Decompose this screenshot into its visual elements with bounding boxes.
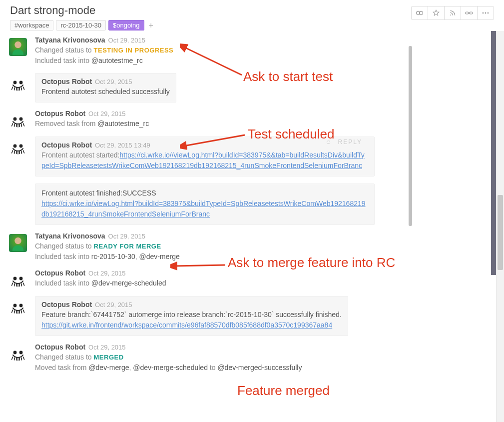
activity-line: https://git.wrke.in/frontend/workspace/c… [41,320,342,330]
activity-line: Included task into @autotestme_rc [35,56,400,66]
page-scrollbar[interactable] [496,0,504,422]
activity-entry: Octopus RobotOct 29, 2015Changed status … [0,341,412,378]
comment-box: Octopus RobotOct 29, 2015 13:49Frontent … [35,136,375,176]
bot-avatar[interactable] [9,345,27,363]
bot-avatar[interactable] [9,271,27,289]
activity-line: Removed task from @autotestme_rc [35,118,400,129]
activity-line: Changed status to READY FOR MERGE [35,241,400,252]
entry-body: Octopus RobotOct 29, 2015Included task i… [35,269,412,289]
activity-link[interactable]: https://git.wrke.in/frontend/workspace/c… [41,321,332,329]
author-row: Octopus RobotOct 29, 2015 [41,300,342,308]
bot-avatar[interactable] [9,112,27,130]
panel-edge [491,0,496,275]
entry-date: Oct 29, 2015 [88,110,125,118]
activity-stream: Tatyana KrivonosovaOct 29, 2015Changed s… [0,31,412,422]
svg-point-12 [13,118,17,121]
svg-point-6 [483,12,484,14]
add-tag-button[interactable]: + [147,21,155,30]
svg-point-2 [450,14,451,16]
comment-box: Octopus RobotOct 29, 2015Frontend autote… [35,73,176,102]
activity-line: Frontent autotest finished:SUCCESS [41,188,368,198]
comment-box: Octopus RobotOct 29, 2015Feature branch:… [35,296,348,336]
author-row: Octopus RobotOct 29, 2015 [35,110,400,118]
dependencies-icon[interactable] [411,6,428,20]
scrollbar-thumb[interactable] [498,195,503,270]
panel-scrollbar[interactable] [409,31,413,421]
svg-point-21 [13,351,17,354]
author-name[interactable]: Octopus Robot [41,300,92,308]
activity-entry: Octopus RobotOct 29, 2015Included task i… [0,267,412,294]
activity-entry: Tatyana KrivonosovaOct 29, 2015Changed s… [0,230,412,267]
author-name[interactable]: Tatyana Krivonosova [35,36,105,44]
entry-date: Oct 29, 2015 [108,232,145,240]
entry-date: Oct 29, 2015 13:49 [95,142,150,149]
svg-point-15 [19,144,23,148]
activity-entry: ☺ REPLYOctopus RobotOct 29, 2015 13:49Fr… [0,134,412,230]
author-name[interactable]: Octopus Robot [35,110,85,118]
entry-date: Oct 29, 2015 [95,301,132,308]
tag-rc[interactable]: rc-2015-10-30 [56,20,106,30]
svg-point-7 [485,12,487,14]
svg-point-11 [19,81,23,84]
activity-line: Frontend autotest scheduled successfully [41,86,170,97]
bot-avatar[interactable] [9,75,27,93]
entry-body: Tatyana KrivonosovaOct 29, 2015Changed s… [35,36,412,66]
svg-point-18 [19,277,23,280]
entry-body: Octopus RobotOct 29, 2015Changed status … [35,343,412,373]
link-icon[interactable] [461,6,478,20]
rss-icon[interactable] [444,6,461,20]
user-avatar[interactable] [9,234,27,252]
svg-point-16 [14,238,21,244]
svg-point-19 [13,304,17,308]
author-name[interactable]: Octopus Robot [35,343,85,351]
svg-point-10 [13,81,17,84]
author-row: Octopus RobotOct 29, 2015 [35,269,400,277]
more-icon[interactable] [477,6,494,20]
activity-line: https://ci.wrke.io/viewLog.html?buildId=… [41,198,368,220]
svg-point-13 [19,118,23,121]
bot-avatar[interactable] [9,138,27,156]
activity-line: Included task into @dev-merge-scheduled [35,278,400,288]
svg-point-9 [14,42,21,48]
author-name[interactable]: Octopus Robot [41,141,92,149]
author-name[interactable]: Octopus Robot [41,78,92,86]
entry-date: Oct 29, 2015 [88,344,125,351]
svg-point-20 [19,304,23,308]
activity-line: Changed status to MERGED [35,352,400,362]
entry-body: Octopus RobotOct 29, 2015Removed task fr… [35,110,412,130]
panel-scrollbar-thumb[interactable] [409,46,412,226]
tags-row: #workspace rc-2015-10-30 $ongoing + [10,20,494,30]
reply-button[interactable]: ☺ REPLY [326,138,362,146]
entry-date: Oct 29, 2015 [108,36,145,44]
author-name[interactable]: Tatyana Krivonosova [35,232,105,240]
star-icon[interactable] [428,6,445,20]
author-row: Tatyana KrivonosovaOct 29, 2015 [35,232,400,240]
svg-point-8 [488,12,489,14]
svg-point-17 [13,277,17,280]
entry-body: Octopus RobotOct 29, 2015Frontend autote… [35,73,412,102]
author-row: Tatyana KrivonosovaOct 29, 2015 [35,36,400,44]
tag-workspace[interactable]: #workspace [10,20,53,30]
activity-line: Included task into rc-2015-10-30, @dev-m… [35,252,400,262]
svg-point-22 [19,351,23,354]
activity-entry: Octopus RobotOct 29, 2015Removed task fr… [0,108,412,134]
svg-point-14 [13,144,17,148]
activity-entry: Tatyana KrivonosovaOct 29, 2015Changed s… [0,34,412,71]
activity-link[interactable]: https://ci.wrke.io/viewLog.html?buildId=… [41,200,366,218]
user-avatar[interactable] [9,38,27,56]
activity-line: Moved task from @dev-merge, @dev-merge-s… [35,362,400,373]
comment-box: Frontent autotest finished:SUCCESShttps:… [35,184,375,225]
author-row: Octopus RobotOct 29, 2015 [35,343,400,351]
entry-body: Octopus RobotOct 29, 2015 13:49Frontent … [35,136,412,225]
activity-entry: Octopus RobotOct 29, 2015Feature branch:… [0,294,412,341]
bot-avatar[interactable] [9,298,27,316]
activity-entry: Octopus RobotOct 29, 2015Frontend autote… [0,71,412,108]
activity-link[interactable]: https://ci.wrke.io//viewLog.html?buildId… [41,151,365,170]
tag-ongoing[interactable]: $ongoing [108,20,144,30]
author-row: Octopus RobotOct 29, 2015 13:49 [41,141,368,149]
author-name[interactable]: Octopus Robot [35,269,85,277]
task-header: Dart strong-mode #workspace rc-2015-10-3… [0,0,504,31]
entry-body: Tatyana KrivonosovaOct 29, 2015Changed s… [35,232,412,262]
activity-line: Feature branch:`67441752` automerge into… [41,310,342,320]
activity-line: Changed status to TESTING IN PROGRESS [35,45,400,56]
